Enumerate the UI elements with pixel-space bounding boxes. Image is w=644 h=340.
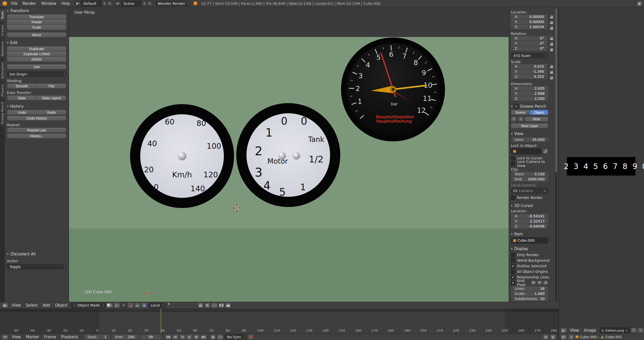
layer-cell[interactable] — [170, 306, 173, 308]
rotate-manipulator-icon[interactable]: ● — [134, 303, 140, 308]
location-field[interactable]: Z:1.00034 — [511, 24, 548, 29]
tool-shelf-tab[interactable]: Create — [0, 22, 5, 38]
current-frame-field[interactable]: 39 — [139, 334, 162, 339]
tool-shelf-tab[interactable]: Tools — [0, 9, 5, 22]
lock-icon[interactable] — [549, 70, 554, 75]
layer-grid[interactable] — [168, 303, 181, 308]
scene-name[interactable]: Scene — [121, 2, 142, 6]
grid-axis-button[interactable]: Z — [543, 280, 548, 285]
duplicate-linked-button[interactable]: Duplicate Linked — [7, 51, 66, 57]
new-image-button[interactable]: + — [638, 328, 644, 333]
add-scene-button[interactable]: + — [142, 1, 147, 6]
gp-new-button[interactable]: New — [525, 117, 548, 122]
lock-icon[interactable] — [549, 20, 554, 25]
timeline-menu-item[interactable]: Frame — [42, 334, 59, 340]
object-name-field[interactable]: Cube.000 — [511, 237, 548, 243]
rotation-field[interactable]: Y:0° — [511, 41, 548, 46]
layout-name[interactable]: Default — [81, 2, 102, 6]
gp-scene-button[interactable]: Scene — [511, 110, 530, 115]
lock-icon[interactable] — [549, 75, 554, 80]
layer-cell[interactable] — [179, 306, 181, 308]
clear-camera-icon[interactable]: × — [543, 189, 546, 193]
display-option-checkbox[interactable] — [511, 275, 515, 279]
layer-cell[interactable] — [190, 303, 192, 305]
snap-element-icon[interactable]: ▢▾ — [211, 303, 218, 308]
layer-cell[interactable] — [176, 303, 178, 305]
blender-logo-icon[interactable] — [3, 1, 7, 6]
delete-button[interactable]: Delete — [7, 57, 66, 62]
playback-button[interactable]: |◀◀ — [165, 334, 171, 340]
layer-cell[interactable] — [170, 303, 173, 305]
rotate-button[interactable]: Rotate — [7, 20, 66, 25]
menu-item[interactable]: Window — [39, 0, 59, 7]
repeat-last-button[interactable]: Repeat Last — [7, 127, 66, 133]
scale-field[interactable]: Z:0.352 — [511, 74, 548, 79]
gp-new-layer-button[interactable]: New Layer — [511, 123, 548, 128]
copy-icon[interactable]: ▤ — [543, 334, 549, 340]
display-option-checkbox[interactable] — [511, 253, 515, 257]
sync-dropdown[interactable]: No Sync — [224, 334, 247, 339]
clip-end-field[interactable]: End:1000.000 — [511, 177, 548, 182]
pressure-gauge[interactable]: 123456789101112 bar Hauptluftbehälter Ha… — [341, 37, 445, 141]
layer-cell[interactable] — [168, 303, 170, 305]
redo-panel-header[interactable]: (De)select All — [7, 251, 66, 257]
delete-layout-button[interactable]: × — [107, 1, 112, 6]
3d-cursor[interactable] — [233, 204, 240, 212]
3d-cursor-panel-header[interactable]: 3D Cursor — [511, 202, 554, 209]
fuel-gauge[interactable]: 1234500Tank1/21Motor — [236, 103, 340, 207]
render-engine-dropdown[interactable]: Blender Render — [155, 1, 191, 6]
history-panel-header[interactable]: History — [7, 103, 66, 110]
cursor-location-field[interactable]: Y:2.32517 — [511, 219, 548, 224]
tool-shelf-tab[interactable]: Animation — [0, 60, 5, 81]
layer-cell[interactable] — [187, 303, 190, 305]
rotation-mode-dropdown[interactable]: XYZ Euler — [511, 53, 548, 58]
menu-item[interactable]: File — [9, 0, 20, 7]
join-button[interactable]: Join — [7, 64, 66, 69]
location-field[interactable]: Y:0.00000 — [511, 19, 548, 24]
view-panel-header[interactable]: View — [511, 130, 554, 137]
layer-cell[interactable] — [187, 306, 190, 308]
speedometer-gauge[interactable]: 020406080100120140Km/h — [130, 104, 234, 208]
snap-magnet-icon[interactable]: U — [204, 303, 210, 308]
grid-axis-button[interactable]: Y — [537, 280, 542, 285]
display-option-checkbox[interactable] — [511, 264, 515, 268]
orientation-dropdown[interactable]: Local — [148, 303, 165, 308]
rotation-field[interactable]: Z:0° — [511, 46, 548, 51]
dimension-field[interactable]: Y:2.688 — [511, 91, 548, 96]
layer-cell[interactable] — [185, 306, 187, 308]
layer-cell[interactable] — [173, 306, 175, 308]
lock-object-field[interactable] — [511, 148, 542, 154]
local-camera-field[interactable]: Camera × — [511, 188, 548, 194]
viewport-menu-item[interactable]: Select — [23, 302, 40, 309]
dimension-field[interactable]: X:2.005 — [511, 86, 548, 91]
grease-pencil-panel-header[interactable]: Grease Pencil — [511, 103, 554, 110]
layer-cell[interactable] — [182, 306, 184, 308]
cursor-location-field[interactable]: X:-0.54181 — [511, 214, 548, 219]
menu-item[interactable]: Help — [59, 0, 73, 7]
grid-subdivisions-field[interactable]: Subdivisions:10 — [511, 296, 548, 301]
auto-keyframe-icon[interactable]: ◉ — [210, 334, 216, 340]
layer-cell[interactable] — [179, 303, 181, 305]
timeline-menu-item[interactable]: Marker — [23, 334, 42, 340]
image-editor-icon[interactable]: ▤▾ — [561, 328, 567, 333]
paste-icon[interactable]: ▥ — [550, 334, 556, 340]
mesh-breadcrumb-label[interactable]: Cube.001 — [605, 335, 622, 339]
start-frame-field[interactable]: Start:1 — [84, 334, 111, 339]
translate-button[interactable]: Translate — [7, 14, 66, 20]
layer-cell[interactable] — [185, 303, 187, 305]
mode-dropdown[interactable]: ▢Object Mode — [71, 303, 105, 308]
gp-object-button[interactable]: Object — [530, 110, 549, 115]
grid-floor-checkbox[interactable] — [511, 281, 515, 285]
layer-grid[interactable] — [182, 303, 195, 308]
grid-scale-field[interactable]: Scale:1.000 — [511, 291, 548, 296]
lock-camera-checkbox[interactable] — [511, 162, 515, 166]
data-layout-button[interactable]: Data Layout — [37, 95, 66, 101]
timeline-menu-item[interactable]: View — [9, 334, 24, 340]
eyedropper-icon[interactable] — [542, 148, 548, 154]
undo-history-button[interactable]: Undo History — [7, 116, 66, 121]
scene-lock-icon[interactable] — [198, 303, 204, 308]
timeline-ruler[interactable]: -50-40-30-20-100102030405060708090100110… — [0, 309, 558, 333]
menu-item[interactable]: Render — [20, 0, 39, 7]
location-field[interactable]: X:0.00000 — [511, 14, 548, 19]
item-panel-header[interactable]: Item — [511, 231, 554, 237]
